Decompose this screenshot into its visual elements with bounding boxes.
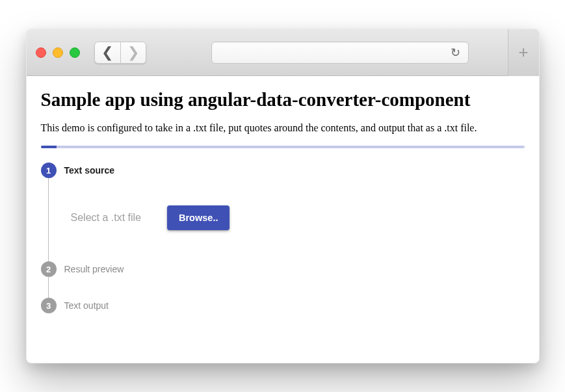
progress-bar-fill bbox=[41, 146, 57, 148]
minimize-window-button[interactable] bbox=[53, 47, 63, 58]
step-badge: 1 bbox=[41, 163, 57, 178]
step-connector bbox=[48, 277, 49, 298]
window-controls bbox=[36, 47, 80, 58]
reload-icon[interactable]: ↻ bbox=[451, 46, 460, 60]
stepper: 1 Text source Select a .txt file Browse.… bbox=[41, 163, 525, 313]
page-description: This demo is configured to take in a .tx… bbox=[41, 122, 525, 134]
step-text-source[interactable]: 1 Text source Select a .txt file Browse.… bbox=[64, 163, 525, 261]
chevron-left-icon: ❮ bbox=[101, 46, 113, 60]
step-connector bbox=[48, 178, 49, 261]
step-body: Select a .txt file Browse.. bbox=[64, 178, 525, 261]
browser-titlebar: ❮ ❯ ↻ + bbox=[27, 29, 539, 76]
step-label: Text source bbox=[64, 163, 525, 178]
back-button[interactable]: ❮ bbox=[94, 42, 120, 64]
chevron-right-icon: ❯ bbox=[127, 46, 139, 60]
step-text-output[interactable]: 3 Text output bbox=[64, 298, 525, 313]
page-title: Sample app using angular-data-converter-… bbox=[41, 89, 525, 111]
file-select-hint: Select a .txt file bbox=[71, 212, 142, 224]
new-tab-button[interactable]: + bbox=[508, 29, 539, 76]
page-content: Sample app using angular-data-converter-… bbox=[27, 76, 539, 363]
browser-window: ❮ ❯ ↻ + Sample app using angular-data-co… bbox=[26, 29, 540, 363]
step-badge: 3 bbox=[41, 298, 57, 313]
progress-bar bbox=[41, 146, 525, 148]
close-window-button[interactable] bbox=[36, 47, 46, 58]
step-badge: 2 bbox=[41, 261, 57, 277]
forward-button[interactable]: ❯ bbox=[120, 42, 146, 64]
nav-buttons: ❮ ❯ bbox=[94, 42, 146, 64]
step-result-preview[interactable]: 2 Result preview bbox=[64, 261, 525, 298]
browse-button[interactable]: Browse.. bbox=[167, 205, 230, 230]
maximize-window-button[interactable] bbox=[70, 47, 80, 58]
step-label: Result preview bbox=[64, 261, 525, 277]
step-label: Text output bbox=[64, 298, 525, 313]
plus-icon: + bbox=[518, 42, 528, 62]
address-bar[interactable]: ↻ bbox=[211, 42, 469, 64]
